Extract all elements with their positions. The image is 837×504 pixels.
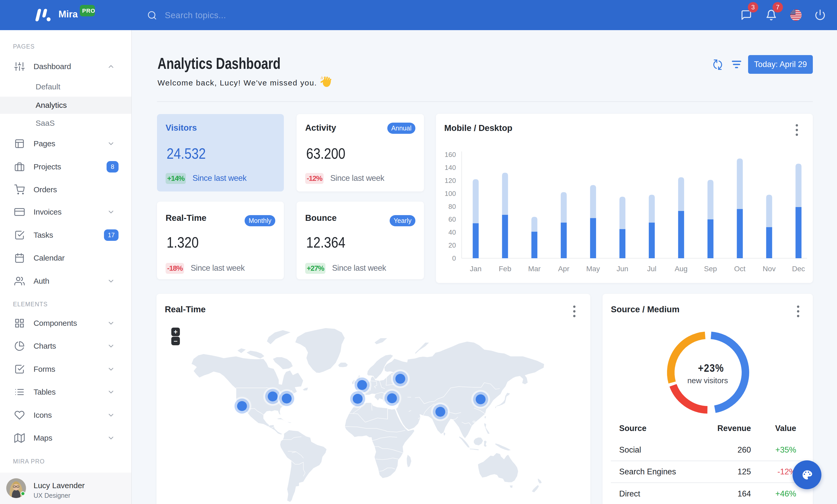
- svg-text:Mar: Mar: [528, 265, 541, 273]
- svg-text:160: 160: [445, 151, 456, 158]
- svg-text:60: 60: [448, 216, 456, 223]
- svg-text:140: 140: [445, 164, 456, 171]
- svg-text:80: 80: [448, 203, 456, 210]
- svg-text:Sep: Sep: [704, 265, 717, 273]
- svg-text:Aug: Aug: [675, 265, 688, 273]
- svg-text:Oct: Oct: [734, 265, 746, 273]
- svg-text:100: 100: [445, 190, 456, 198]
- svg-text:Jul: Jul: [647, 265, 657, 273]
- svg-text:120: 120: [445, 177, 456, 184]
- svg-text:May: May: [586, 265, 600, 273]
- svg-text:Apr: Apr: [558, 265, 570, 273]
- svg-text:20: 20: [448, 241, 456, 249]
- svg-text:Jan: Jan: [470, 265, 481, 273]
- svg-text:Dec: Dec: [792, 265, 805, 273]
- svg-text:Jun: Jun: [617, 265, 628, 273]
- svg-text:Nov: Nov: [763, 265, 776, 273]
- svg-text:40: 40: [448, 228, 456, 236]
- svg-text:Feb: Feb: [499, 265, 511, 273]
- svg-text:0: 0: [452, 254, 456, 262]
